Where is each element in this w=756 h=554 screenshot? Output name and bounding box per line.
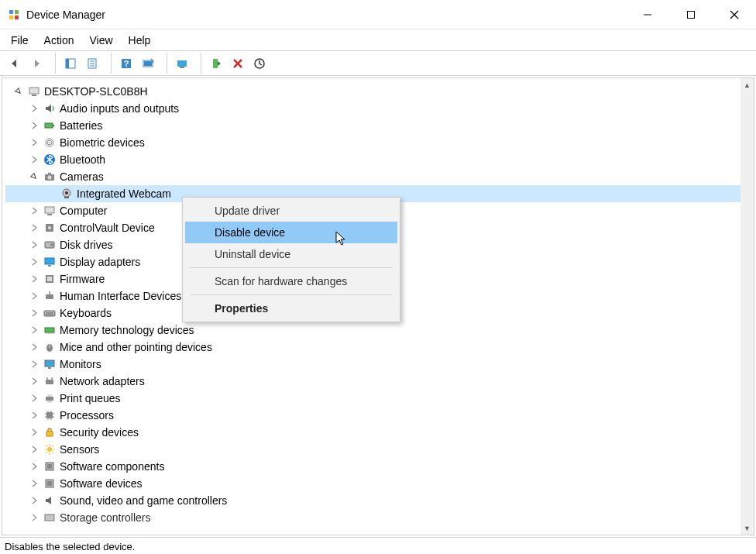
expand-icon[interactable] [29, 222, 40, 233]
tree-category-processors[interactable]: Processors [5, 407, 751, 424]
tree-category-printqueues[interactable]: Print queues [5, 390, 751, 407]
expand-icon[interactable] [29, 359, 40, 370]
context-disable-device[interactable]: Disable device [185, 222, 397, 243]
expand-icon[interactable] [29, 410, 40, 421]
tree-label: Security devices [60, 426, 139, 439]
tree-category-sound[interactable]: Sound, video and game controllers [5, 492, 751, 509]
expand-icon[interactable] [29, 103, 40, 114]
tree-category-batteries[interactable]: Batteries [5, 117, 751, 134]
scan-hardware-button[interactable] [138, 53, 158, 74]
expand-icon[interactable] [29, 376, 40, 387]
expand-icon[interactable] [29, 393, 40, 404]
tree-label: Human Interface Devices [60, 290, 181, 302]
tree-label: Print queues [60, 392, 121, 404]
svg-rect-20 [213, 59, 218, 68]
tree-category-biometric[interactable]: Biometric devices [5, 134, 751, 151]
expand-icon[interactable] [29, 308, 40, 318]
scroll-down-icon[interactable]: ▼ [741, 521, 754, 535]
uninstall-device-button[interactable] [228, 53, 248, 74]
update-driver-button[interactable] [172, 53, 192, 74]
tree-label: Keyboards [60, 307, 112, 319]
expand-icon[interactable] [29, 274, 40, 284]
menu-separator [190, 267, 393, 268]
statusbar: Disables the selected device. [0, 537, 756, 554]
forward-button[interactable] [26, 53, 46, 74]
collapse-icon[interactable] [29, 171, 40, 182]
expand-icon[interactable] [29, 325, 40, 335]
tree-category-network[interactable]: Network adapters [5, 373, 751, 390]
expand-icon[interactable] [29, 291, 40, 301]
tree-category-storage[interactable]: Storage controllers [5, 509, 751, 526]
menubar: File Action View Help [0, 29, 756, 51]
context-update-driver[interactable]: Update driver [185, 200, 397, 222]
svg-rect-65 [46, 397, 53, 401]
enable-device-button[interactable] [206, 53, 226, 74]
back-button[interactable] [5, 53, 25, 74]
close-button[interactable] [713, 0, 756, 29]
camera-icon [43, 170, 57, 184]
tree-category-audio[interactable]: Audio inputs and outputs [5, 100, 751, 117]
context-properties[interactable]: Properties [185, 298, 397, 319]
expand-icon[interactable] [29, 342, 40, 353]
tree-category-bluetooth[interactable]: Bluetooth [5, 151, 751, 168]
status-text: Disables the selected device. [5, 541, 135, 552]
svg-rect-26 [45, 123, 53, 128]
disable-device-button[interactable] [249, 53, 270, 74]
scroll-up-icon[interactable]: ▲ [741, 78, 754, 91]
menu-view[interactable]: View [81, 31, 120, 50]
expand-icon[interactable] [29, 427, 40, 438]
minimize-button[interactable] [626, 0, 669, 29]
tree-category-security[interactable]: Security devices [5, 424, 751, 441]
expand-icon[interactable] [29, 239, 40, 250]
svg-text:?: ? [124, 59, 129, 68]
menu-help[interactable]: Help [121, 31, 159, 50]
expand-icon[interactable] [29, 461, 40, 472]
network-icon [43, 374, 57, 388]
expand-icon[interactable] [29, 495, 40, 506]
expand-icon[interactable] [29, 256, 40, 267]
expand-icon[interactable] [29, 205, 40, 216]
tree-category-memory[interactable]: Memory technology devices [5, 322, 751, 339]
properties-button[interactable] [82, 53, 102, 74]
tree-category-cameras[interactable]: Cameras [5, 168, 751, 185]
svg-rect-48 [46, 294, 53, 299]
webcam-icon [60, 187, 74, 201]
svg-point-43 [50, 243, 53, 246]
expand-icon[interactable] [29, 137, 40, 148]
show-hide-console-button[interactable] [60, 53, 81, 74]
tree-root[interactable]: DESKTOP-SLC0B8H [5, 83, 751, 100]
tree-category-monitors[interactable]: Monitors [5, 356, 751, 373]
toolbar-separator [51, 53, 56, 74]
tree-label: Software devices [60, 477, 143, 490]
tree-label: Monitors [60, 358, 101, 370]
vertical-scrollbar[interactable]: ▲ ▼ [741, 78, 754, 535]
svg-point-30 [49, 142, 50, 143]
audio-icon [43, 102, 57, 115]
tree-label: Sound, video and game controllers [60, 494, 227, 507]
svg-rect-24 [29, 88, 39, 94]
keyboard-icon [43, 306, 57, 320]
toolbar-separator [107, 53, 112, 74]
tree-category-software-devices[interactable]: Software devices [5, 475, 751, 492]
tree-category-sensors[interactable]: Sensors [5, 441, 751, 458]
collapse-icon[interactable] [13, 86, 24, 97]
tree-label: Batteries [60, 119, 102, 132]
menu-file[interactable]: File [3, 31, 36, 50]
svg-rect-17 [144, 61, 152, 66]
expand-icon[interactable] [29, 478, 40, 489]
tree-label: Memory technology devices [60, 324, 194, 336]
maximize-button[interactable] [669, 0, 713, 29]
context-uninstall-device[interactable]: Uninstall device [185, 243, 397, 265]
expand-icon[interactable] [29, 120, 40, 131]
tree-category-software-components[interactable]: Software components [5, 458, 751, 475]
expand-icon[interactable] [29, 154, 40, 165]
firmware-icon [43, 272, 57, 286]
context-scan-hardware[interactable]: Scan for hardware changes [185, 270, 397, 292]
expand-icon[interactable] [29, 444, 40, 455]
menu-action[interactable]: Action [36, 31, 82, 50]
tree-category-mice[interactable]: Mice and other pointing devices [5, 339, 751, 356]
tree-label: Software components [60, 460, 164, 473]
disk-icon [43, 238, 57, 252]
help-button[interactable]: ? [116, 53, 136, 74]
expand-icon[interactable] [29, 512, 40, 523]
